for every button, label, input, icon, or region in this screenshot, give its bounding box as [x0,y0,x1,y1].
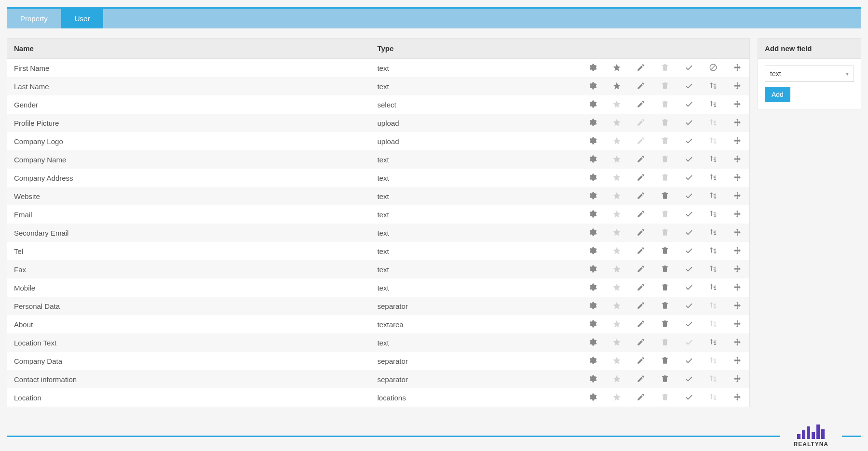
sort-icon[interactable] [708,246,718,255]
star-icon[interactable] [612,99,622,109]
add-button[interactable]: Add [765,87,790,102]
gear-icon[interactable] [588,99,597,109]
trash-icon[interactable] [660,81,670,91]
gear-icon[interactable] [588,63,597,72]
move-icon[interactable] [732,154,742,164]
move-icon[interactable] [732,301,742,310]
move-icon[interactable] [732,99,742,109]
gear-icon[interactable] [588,81,597,91]
check-icon[interactable] [684,209,694,219]
sort-icon[interactable] [708,209,718,219]
trash-icon[interactable] [660,337,670,347]
check-icon[interactable] [684,301,694,310]
edit-icon[interactable] [636,209,646,219]
trash-icon[interactable] [660,191,670,200]
star-icon[interactable] [612,392,622,402]
star-icon[interactable] [612,337,622,347]
edit-icon[interactable] [636,264,646,274]
trash-icon[interactable] [660,136,670,146]
gear-icon[interactable] [588,356,597,365]
check-icon[interactable] [684,374,694,384]
trash-icon[interactable] [660,264,670,274]
move-icon[interactable] [732,246,742,255]
gear-icon[interactable] [588,172,597,182]
check-icon[interactable] [684,99,694,109]
sort-icon[interactable] [708,282,718,292]
move-icon[interactable] [732,374,742,384]
edit-icon[interactable] [636,172,646,182]
move-icon[interactable] [732,356,742,365]
gear-icon[interactable] [588,136,597,146]
trash-icon[interactable] [660,99,670,109]
star-icon[interactable] [612,63,622,72]
edit-icon[interactable] [636,136,646,146]
gear-icon[interactable] [588,264,597,274]
check-icon[interactable] [684,264,694,274]
star-icon[interactable] [612,154,622,164]
move-icon[interactable] [732,81,742,91]
move-icon[interactable] [732,136,742,146]
move-icon[interactable] [732,118,742,127]
gear-icon[interactable] [588,246,597,255]
edit-icon[interactable] [636,227,646,237]
move-icon[interactable] [732,209,742,219]
sort-icon[interactable] [708,264,718,274]
edit-icon[interactable] [636,191,646,200]
edit-icon[interactable] [636,118,646,127]
sort-icon[interactable] [708,99,718,109]
edit-icon[interactable] [636,374,646,384]
star-icon[interactable] [612,136,622,146]
check-icon[interactable] [684,191,694,200]
edit-icon[interactable] [636,154,646,164]
tab-property[interactable]: Property [7,9,61,28]
star-icon[interactable] [612,209,622,219]
move-icon[interactable] [732,264,742,274]
gear-icon[interactable] [588,191,597,200]
gear-icon[interactable] [588,374,597,384]
sort-icon[interactable] [708,227,718,237]
field-type-select[interactable]: text ▼ [765,66,854,82]
move-icon[interactable] [732,63,742,72]
check-icon[interactable] [684,81,694,91]
star-icon[interactable] [612,81,622,91]
trash-icon[interactable] [660,374,670,384]
edit-icon[interactable] [636,319,646,329]
star-icon[interactable] [612,172,622,182]
trash-icon[interactable] [660,319,670,329]
trash-icon[interactable] [660,63,670,72]
check-icon[interactable] [684,282,694,292]
trash-icon[interactable] [660,392,670,402]
trash-icon[interactable] [660,301,670,310]
check-icon[interactable] [684,154,694,164]
sort-icon[interactable] [708,118,718,127]
star-icon[interactable] [612,356,622,365]
edit-icon[interactable] [636,356,646,365]
sort-icon[interactable] [708,136,718,146]
move-icon[interactable] [732,191,742,200]
gear-icon[interactable] [588,301,597,310]
gear-icon[interactable] [588,209,597,219]
star-icon[interactable] [612,282,622,292]
move-icon[interactable] [732,282,742,292]
sort-icon[interactable] [708,191,718,200]
gear-icon[interactable] [588,154,597,164]
sort-icon[interactable] [708,154,718,164]
star-icon[interactable] [612,191,622,200]
trash-icon[interactable] [660,172,670,182]
sort-icon[interactable] [708,172,718,182]
star-icon[interactable] [612,264,622,274]
ban-icon[interactable] [708,63,718,72]
check-icon[interactable] [684,246,694,255]
edit-icon[interactable] [636,246,646,255]
sort-icon[interactable] [708,356,718,365]
move-icon[interactable] [732,319,742,329]
trash-icon[interactable] [660,356,670,365]
edit-icon[interactable] [636,99,646,109]
star-icon[interactable] [612,319,622,329]
edit-icon[interactable] [636,301,646,310]
trash-icon[interactable] [660,282,670,292]
check-icon[interactable] [684,136,694,146]
check-icon[interactable] [684,392,694,402]
sort-icon[interactable] [708,392,718,402]
sort-icon[interactable] [708,337,718,347]
